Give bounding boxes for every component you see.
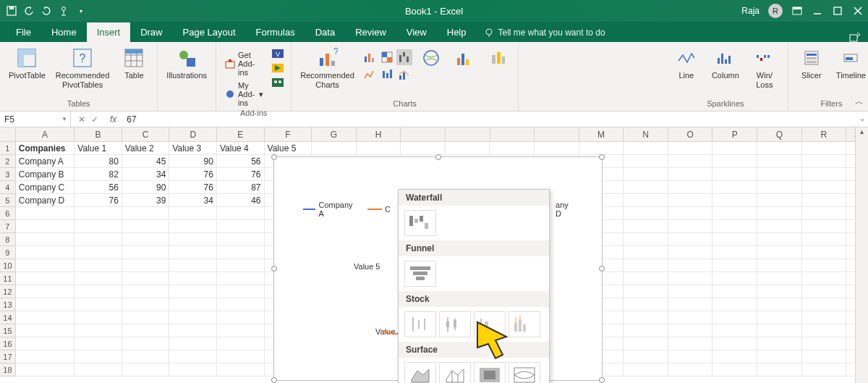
close-icon[interactable]: [852, 5, 864, 17]
cell[interactable]: Company D: [16, 194, 75, 207]
cell[interactable]: [668, 363, 713, 376]
row-header[interactable]: 9: [0, 246, 16, 259]
cell[interactable]: [624, 168, 668, 181]
cell[interactable]: [712, 337, 757, 350]
cell[interactable]: [624, 233, 668, 246]
cell[interactable]: [757, 168, 802, 181]
cell[interactable]: [624, 272, 668, 285]
stock-option-4[interactable]: [509, 311, 540, 337]
cell[interactable]: [16, 298, 75, 311]
pivotchart-button[interactable]: [450, 45, 479, 72]
column-header[interactable]: H: [357, 127, 401, 141]
cell[interactable]: [169, 220, 217, 233]
cell[interactable]: [668, 324, 713, 337]
cell[interactable]: [668, 142, 713, 155]
save-icon[interactable]: [6, 5, 17, 17]
cell[interactable]: [757, 259, 802, 272]
cell[interactable]: [802, 246, 847, 259]
cell[interactable]: [802, 272, 847, 285]
column-header[interactable]: [535, 127, 579, 141]
cell[interactable]: [16, 350, 75, 363]
cell[interactable]: [169, 272, 217, 285]
cell[interactable]: [217, 207, 265, 220]
cell[interactable]: [217, 233, 265, 246]
row-header[interactable]: 7: [0, 220, 16, 233]
cell[interactable]: Value 5: [265, 142, 312, 155]
cell[interactable]: [802, 220, 847, 233]
cell[interactable]: [217, 285, 265, 298]
cell[interactable]: [122, 272, 170, 285]
cell[interactable]: [624, 285, 668, 298]
cell[interactable]: [624, 350, 668, 363]
visio-icon[interactable]: V: [271, 48, 285, 59]
cell[interactable]: [169, 298, 217, 311]
row-header[interactable]: 11: [0, 272, 16, 285]
cell[interactable]: 76: [169, 168, 217, 181]
column-header[interactable]: M: [579, 127, 624, 141]
cell[interactable]: [668, 233, 713, 246]
cell[interactable]: Value 1: [75, 142, 122, 155]
tab-formulas[interactable]: Formulas: [246, 22, 305, 42]
cell[interactable]: [16, 311, 75, 324]
cell[interactable]: [802, 311, 847, 324]
cell[interactable]: [122, 246, 170, 259]
cell[interactable]: [757, 142, 802, 155]
minimize-icon[interactable]: [812, 5, 823, 17]
cell[interactable]: [75, 324, 122, 337]
collapse-ribbon-icon[interactable]: ︿: [855, 96, 864, 108]
row-header[interactable]: 10: [0, 259, 16, 272]
column-header[interactable]: D: [169, 127, 217, 141]
cell[interactable]: [75, 233, 122, 246]
cell[interactable]: [802, 181, 847, 194]
redo-icon[interactable]: [41, 5, 52, 17]
cell[interactable]: [16, 207, 75, 220]
cell[interactable]: [217, 272, 265, 285]
row-header[interactable]: 15: [0, 324, 16, 337]
row-header[interactable]: 16: [0, 337, 16, 350]
cell[interactable]: [16, 337, 75, 350]
cell[interactable]: [122, 324, 170, 337]
user-name[interactable]: Raja: [741, 6, 760, 16]
cell[interactable]: [217, 350, 265, 363]
cell[interactable]: [169, 285, 217, 298]
cell[interactable]: [712, 324, 757, 337]
cell[interactable]: [712, 350, 757, 363]
my-addins-button[interactable]: My Add-ins ▾: [222, 80, 266, 109]
cell[interactable]: [16, 324, 75, 337]
cell[interactable]: Companies: [16, 142, 75, 155]
cell[interactable]: [624, 246, 668, 259]
cell[interactable]: [757, 285, 802, 298]
cancel-formula-icon[interactable]: ✕: [78, 114, 85, 125]
cell[interactable]: [217, 220, 265, 233]
enter-formula-icon[interactable]: ✓: [91, 114, 98, 125]
sparkline-winloss-button[interactable]: Win/ Loss: [747, 45, 782, 91]
cell[interactable]: [169, 337, 217, 350]
cell[interactable]: [75, 337, 122, 350]
tab-help[interactable]: Help: [437, 22, 477, 42]
column-header[interactable]: C: [122, 127, 170, 141]
timeline-button[interactable]: Timeline: [833, 45, 868, 82]
stock-option-3[interactable]: [474, 311, 506, 337]
cell[interactable]: [712, 220, 757, 233]
cell[interactable]: [217, 337, 265, 350]
column-header[interactable]: [490, 127, 535, 141]
cell[interactable]: [357, 142, 401, 155]
cell[interactable]: 90: [122, 181, 170, 194]
cell[interactable]: [122, 220, 170, 233]
combo-chart-icon[interactable]: [396, 67, 412, 83]
formula-input[interactable]: 67: [121, 114, 142, 125]
tab-data[interactable]: Data: [305, 22, 345, 42]
cell[interactable]: [401, 142, 446, 155]
maximize-icon[interactable]: [832, 5, 843, 17]
cell[interactable]: Company A: [16, 155, 75, 168]
cell[interactable]: [217, 311, 265, 324]
table-button[interactable]: Table: [116, 45, 151, 82]
cell[interactable]: [122, 337, 170, 350]
cell[interactable]: [668, 285, 713, 298]
cell[interactable]: 82: [75, 168, 122, 181]
cell[interactable]: 39: [122, 194, 170, 207]
cell[interactable]: [712, 194, 757, 207]
pivottable-button[interactable]: PivotTable: [6, 45, 48, 82]
cell[interactable]: [757, 246, 802, 259]
column-header[interactable]: R: [802, 127, 847, 141]
